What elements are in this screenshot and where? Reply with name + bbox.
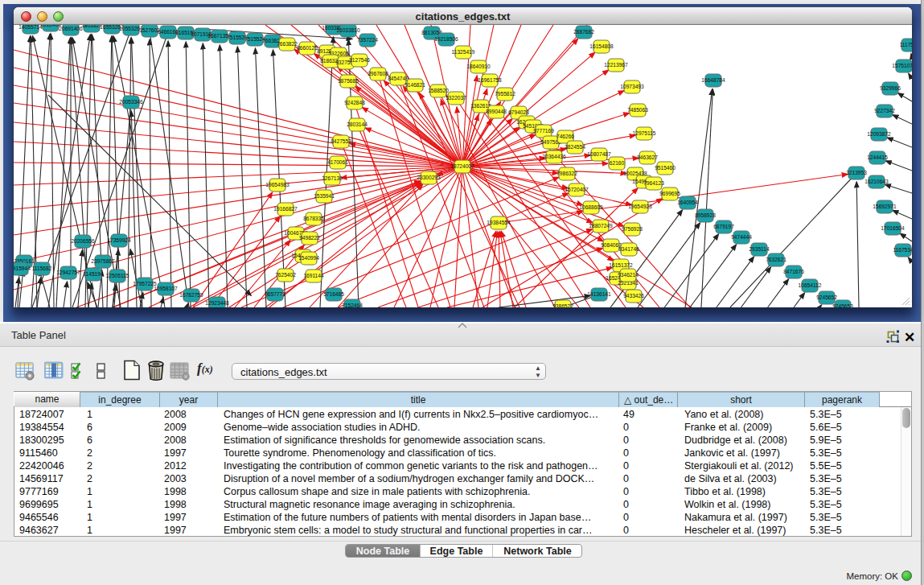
svg-text:5322037: 5322037 — [446, 95, 466, 101]
svg-text:6879197: 6879197 — [713, 224, 734, 229]
svg-text:1805327: 1805327 — [81, 25, 102, 28]
svg-text:1588520: 1588520 — [428, 88, 449, 93]
svg-text:9657771: 9657771 — [265, 291, 285, 297]
svg-text:1167534: 1167534 — [893, 247, 912, 253]
svg-text:20206556: 20206556 — [71, 238, 95, 244]
svg-text:19166827: 19166827 — [273, 206, 298, 212]
svg-text:12093872: 12093872 — [867, 131, 891, 137]
svg-text:2012404: 2012404 — [40, 25, 61, 27]
svg-text:7152464: 7152464 — [342, 303, 363, 307]
svg-text:16210643: 16210643 — [864, 179, 889, 184]
svg-text:20364436: 20364436 — [542, 154, 566, 159]
svg-text:9498222: 9498222 — [299, 235, 320, 241]
svg-text:3824554: 3824554 — [565, 144, 585, 150]
svg-text:8958928: 8958928 — [695, 212, 716, 218]
svg-text:1640954: 1640954 — [677, 200, 698, 205]
svg-text:9463627: 9463627 — [637, 154, 658, 160]
svg-text:10958107: 10958107 — [154, 286, 178, 291]
svg-text:16782759: 16782759 — [179, 292, 203, 298]
svg-text:2887682: 2887682 — [573, 29, 594, 35]
svg-text:12923448: 12923448 — [205, 300, 229, 306]
svg-text:15720407: 15720407 — [565, 187, 589, 192]
svg-text:9146821: 9146821 — [405, 82, 425, 88]
svg-text:19218506: 19218506 — [434, 36, 458, 42]
svg-text:15751074: 15751074 — [892, 63, 912, 68]
svg-text:12942757: 12942757 — [56, 270, 80, 275]
svg-text:23975867: 23975867 — [91, 258, 115, 264]
svg-text:8127546: 8127546 — [349, 57, 370, 63]
svg-text:9245652: 9245652 — [816, 295, 837, 300]
svg-text:7632621: 7632621 — [766, 257, 786, 262]
svg-text:2967608: 2967608 — [368, 71, 388, 76]
svg-text:14055714: 14055714 — [18, 25, 43, 30]
svg-text:9341746: 9341746 — [618, 246, 639, 252]
svg-text:16154808: 16154808 — [589, 43, 614, 49]
svg-text:9474444: 9474444 — [731, 234, 752, 240]
svg-text:7357224: 7357224 — [357, 37, 378, 43]
svg-text:20053346: 20053346 — [119, 99, 143, 105]
svg-text:19654983: 19654983 — [265, 182, 290, 187]
svg-text:20691406: 20691406 — [59, 26, 83, 31]
svg-text:10973493: 10973493 — [620, 84, 644, 89]
svg-text:10688609: 10688609 — [579, 204, 603, 210]
svg-text:8678335: 8678335 — [303, 216, 324, 221]
svg-text:11325419: 11325419 — [452, 49, 475, 55]
svg-text:10807487: 10807487 — [587, 151, 611, 157]
svg-text:17359924: 17359924 — [107, 237, 131, 243]
svg-text:9756928: 9756928 — [622, 226, 643, 232]
svg-text:17016504: 17016504 — [881, 225, 905, 231]
svg-text:16648784: 16648784 — [701, 77, 725, 83]
svg-text:3915944: 3915944 — [14, 266, 31, 271]
svg-text:7485063: 7485063 — [627, 107, 648, 113]
svg-text:15692971: 15692971 — [873, 204, 897, 209]
svg-text:18724007: 18724007 — [450, 163, 474, 169]
svg-text:8990448: 8990448 — [486, 109, 507, 114]
svg-text:62160: 62160 — [610, 160, 625, 166]
svg-text:1145194: 1145194 — [83, 271, 104, 277]
svg-text:12975115: 12975115 — [633, 130, 656, 136]
svg-text:8454749: 8454749 — [388, 76, 409, 81]
svg-text:12213967: 12213967 — [604, 62, 628, 68]
svg-text:9227342: 9227342 — [874, 108, 895, 113]
svg-text:8427552: 8427552 — [331, 138, 351, 144]
svg-text:2803144: 2803144 — [347, 122, 368, 127]
svg-text:9699695: 9699695 — [659, 191, 680, 196]
svg-text:3267130: 3267130 — [322, 175, 343, 181]
svg-text:5716485: 5716485 — [323, 291, 344, 297]
svg-text:1244415: 1244415 — [867, 154, 888, 160]
svg-text:8660125: 8660125 — [297, 45, 318, 51]
svg-text:18640910: 18640910 — [466, 64, 491, 69]
svg-text:7986322: 7986322 — [556, 171, 577, 176]
svg-text:9242848: 9242848 — [344, 100, 365, 105]
svg-text:9515460: 9515460 — [655, 165, 676, 171]
svg-text:1535941: 1535941 — [314, 193, 335, 199]
svg-text:4170061: 4170061 — [327, 159, 348, 165]
svg-text:746266: 746266 — [556, 134, 574, 139]
svg-text:9777169: 9777169 — [533, 128, 554, 134]
svg-text:7955812: 7955812 — [495, 91, 515, 97]
svg-text:1540994: 1540994 — [298, 255, 319, 261]
svg-text:16033810: 16033810 — [336, 27, 360, 33]
svg-text:12505115: 12505115 — [106, 273, 129, 278]
svg-text:7663822: 7663822 — [277, 41, 298, 47]
svg-text:9386522: 9386522 — [552, 303, 573, 307]
svg-text:1117534: 1117534 — [900, 42, 912, 47]
svg-text:7625402: 7625402 — [275, 272, 296, 278]
svg-text:10654112: 10654112 — [799, 282, 822, 288]
svg-text:9329966: 9329966 — [880, 85, 901, 91]
svg-text:9245653: 9245653 — [832, 303, 853, 307]
svg-text:18807249: 18807249 — [589, 223, 613, 229]
svg-text:3875685: 3875685 — [338, 78, 359, 84]
svg-text:23300293: 23300293 — [417, 175, 441, 180]
svg-text:19384554: 19384554 — [487, 220, 511, 225]
svg-text:8471676: 8471676 — [783, 269, 804, 274]
svg-text:16961758: 16961758 — [478, 77, 502, 83]
svg-text:2935114: 2935114 — [749, 246, 770, 252]
svg-text:9433426: 9433426 — [623, 293, 644, 299]
svg-text:14136141: 14136141 — [587, 291, 611, 297]
svg-text:1115682: 1115682 — [32, 266, 52, 271]
svg-text:3213953: 3213953 — [846, 170, 867, 175]
svg-text:19654923: 19654923 — [628, 204, 652, 209]
svg-text:6794028: 6794028 — [508, 109, 529, 115]
svg-text:16151372: 16151372 — [609, 262, 633, 268]
